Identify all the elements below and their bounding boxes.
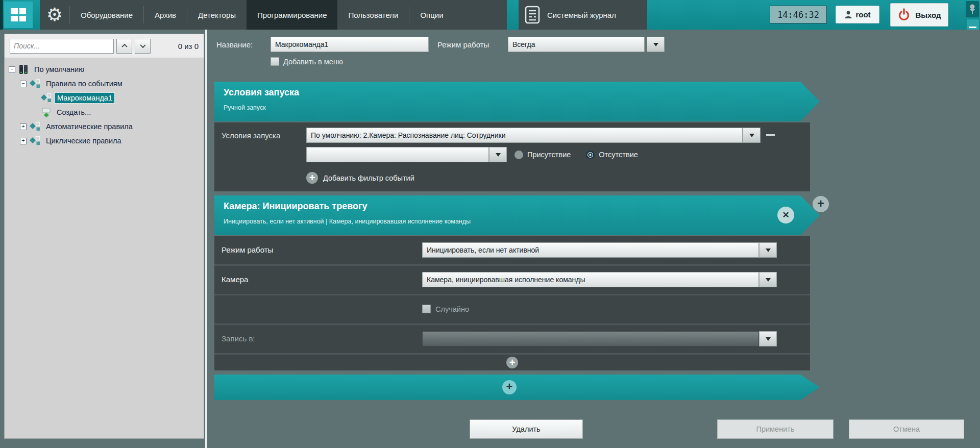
launch-conditions-title: Условия запуска (224, 87, 299, 98)
settings-gear-icon[interactable] (40, 0, 69, 30)
logout-button[interactable]: Выход (890, 3, 948, 27)
tree-item-create[interactable]: Создать... (7, 105, 202, 119)
rules-tree: По умолчанию Правила по событиям (5, 58, 204, 152)
clock: 14:46:32 (770, 6, 827, 23)
sidebar-divider[interactable] (205, 30, 207, 448)
random-checkbox[interactable] (422, 305, 431, 313)
rule-icon (29, 79, 41, 89)
presence-label: Присутствие (527, 151, 571, 159)
expand-toggle[interactable] (20, 138, 27, 144)
expand-toggle[interactable] (20, 123, 27, 130)
record-to-select (422, 331, 759, 346)
tab-options[interactable]: Опции (409, 0, 454, 30)
presence-radio[interactable] (514, 151, 523, 159)
dropdown-arrow-icon[interactable] (743, 128, 761, 143)
dropdown-arrow-icon[interactable] (647, 37, 665, 52)
tree-item-label: Автоматические правила (44, 121, 135, 132)
tree-item-label-selected: Макрокоманда1 (55, 93, 114, 103)
tree-item-server[interactable]: По умолчанию (7, 62, 202, 77)
collapse-toggle[interactable] (9, 66, 15, 73)
add-event-filter-button[interactable]: Добавить фильтр событий (306, 172, 414, 184)
event-condition-select[interactable]: По умолчанию: 2.Камера: Распознавание ли… (306, 128, 743, 143)
remove-condition-button[interactable] (766, 134, 775, 136)
current-user-button[interactable]: root (836, 6, 879, 23)
camera-label: Камера (222, 275, 248, 284)
layouts-button[interactable] (4, 2, 33, 28)
search-prev-button[interactable] (116, 39, 132, 54)
tab-programming[interactable]: Программирование (247, 0, 337, 30)
user-icon (844, 10, 852, 19)
pin-button[interactable] (966, 1, 979, 17)
collapse-button[interactable] (967, 19, 979, 30)
name-label: Название: (216, 40, 253, 49)
chevron-down-icon (140, 42, 145, 48)
tree-item-event-rules[interactable]: Правила по событиям (7, 77, 202, 91)
operation-mode-label: Режим работы (437, 40, 489, 49)
operation-mode-value: Всегда (512, 40, 535, 48)
macro-tree-sidebar: 0 из 0 По умолчанию (4, 34, 204, 439)
tab-equipment[interactable]: Оборудование (70, 0, 143, 30)
action-title: Камера: Инициировать тревогу (224, 201, 367, 212)
camera-value: Камера, инициировавшая исполнение команд… (427, 276, 585, 284)
cancel-button[interactable]: Отмена (849, 419, 964, 439)
plus-icon (306, 172, 318, 184)
macro-editor-panel: Название: Режим работы Всегда Добавить в… (208, 30, 980, 448)
rule-icon (29, 136, 41, 146)
dropdown-arrow-icon[interactable] (759, 242, 777, 258)
action-mode-label: Режим работы (222, 245, 273, 254)
dropdown-arrow-icon[interactable] (759, 272, 777, 287)
launch-conditions-banner: Условия запуска Ручной запуск (214, 82, 820, 121)
add-action-banner (214, 375, 820, 400)
search-match-counter: 0 из 0 (178, 42, 199, 51)
action-mode-select[interactable]: Инициировать, если нет активной (422, 242, 759, 258)
tree-item-auto-rules[interactable]: Автоматические правила (7, 119, 202, 134)
grid-icon (11, 8, 26, 21)
tree-item-label: Создать... (55, 107, 93, 117)
journal-label: Системный журнал (547, 11, 616, 19)
tab-users[interactable]: Пользователи (337, 0, 409, 30)
operation-mode-select[interactable]: Всегда (508, 37, 645, 52)
launch-conditions-row-label: Условия запуска (222, 131, 280, 140)
server-icon (18, 64, 29, 75)
add-parameter-button[interactable] (506, 357, 518, 368)
action-settings-panel: Режим работы Инициировать, если нет акти… (214, 236, 810, 370)
tree-search-row: 0 из 0 (5, 34, 204, 58)
power-icon (897, 8, 911, 21)
random-label: Случайно (435, 305, 469, 313)
dropdown-arrow-icon[interactable] (489, 147, 507, 162)
chevron-up-icon (121, 44, 127, 49)
user-name: root (855, 10, 870, 19)
tab-archive[interactable]: Архив (144, 0, 187, 30)
main-menu-strip: Оборудование Архив Детекторы Программиро… (40, 0, 507, 30)
add-to-menu-checkbox[interactable] (271, 57, 279, 66)
event-filter-select[interactable] (306, 147, 489, 162)
launch-conditions-subtitle: Ручной запуск (224, 104, 266, 111)
absence-radio[interactable] (586, 151, 595, 159)
window-edge (0, 0, 3, 30)
add-action-button[interactable] (813, 196, 829, 212)
logout-label: Выход (915, 11, 941, 19)
create-plus-icon (40, 107, 52, 118)
collapse-toggle[interactable] (20, 81, 27, 87)
tree-item-macro1[interactable]: Макрокоманда1 (7, 91, 202, 105)
apply-button[interactable]: Применить (717, 419, 834, 439)
system-journal-button[interactable]: Системный журнал (519, 0, 647, 30)
search-input[interactable] (10, 39, 114, 54)
remove-action-button[interactable] (777, 207, 794, 223)
tab-detectors[interactable]: Детекторы (187, 0, 247, 30)
rule-icon (40, 93, 52, 103)
action-banner: Камера: Инициировать тревогу Инициироват… (214, 195, 820, 235)
delete-button[interactable]: Удалить (470, 419, 583, 439)
camera-select[interactable]: Камера, инициировавшая исполнение команд… (422, 272, 759, 287)
tree-item-label: Правила по событиям (44, 79, 125, 89)
tree-item-label: По умолчанию (32, 64, 86, 74)
search-next-button[interactable] (135, 39, 151, 54)
top-bar: Оборудование Архив Детекторы Программиро… (0, 0, 980, 30)
dropdown-arrow-icon[interactable] (759, 331, 777, 346)
event-condition-value: По умолчанию: 2.Камера: Распознавание ли… (311, 131, 506, 139)
add-action-plus-button[interactable] (502, 380, 517, 394)
add-event-filter-label: Добавить фильтр событий (323, 174, 414, 182)
launch-conditions-panel: Условия запуска По умолчанию: 2.Камера: … (214, 122, 810, 191)
tree-item-cyclic-rules[interactable]: Циклические правила (7, 134, 202, 148)
macro-name-input[interactable] (271, 37, 429, 52)
